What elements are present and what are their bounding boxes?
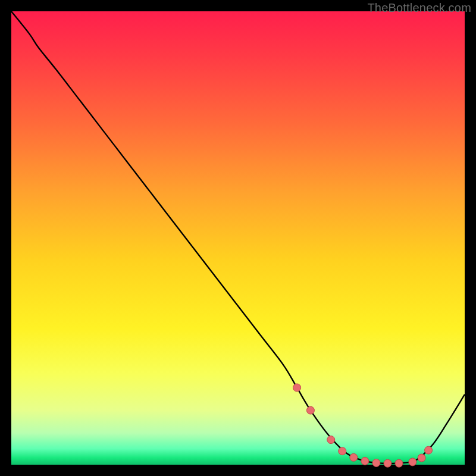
curve-marker: [293, 384, 301, 392]
curve-marker: [327, 436, 335, 444]
curve-marker: [361, 457, 369, 465]
chart-stage: TheBottleneck.com: [0, 0, 476, 476]
gradient-background: [11, 11, 465, 465]
bottleneck-chart: [0, 0, 476, 476]
curve-marker: [306, 406, 314, 414]
curve-marker: [339, 447, 346, 455]
curve-marker: [395, 459, 403, 467]
attribution-label: TheBottleneck.com: [367, 1, 471, 15]
curve-marker: [384, 459, 392, 467]
curve-marker: [350, 453, 358, 461]
curve-marker: [418, 454, 425, 462]
curve-marker: [372, 459, 380, 466]
curve-marker: [425, 446, 433, 454]
curve-marker: [409, 458, 416, 466]
